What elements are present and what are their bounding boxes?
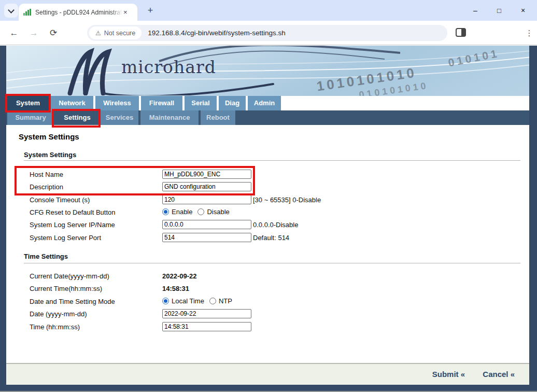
- current-time-value: 14:58:31: [162, 285, 189, 292]
- radio-label: Local Time: [172, 297, 204, 305]
- field-label: Date and Time Setting Mode: [30, 298, 115, 305]
- tab-serial[interactable]: Serial: [185, 96, 217, 110]
- system-settings-heading: System Settings: [24, 151, 76, 159]
- radio-label: Disable: [207, 208, 229, 216]
- host-name-input[interactable]: [162, 170, 251, 179]
- field-label: Date (yyyy-mm-dd): [30, 310, 87, 318]
- date-input[interactable]: [162, 309, 251, 318]
- current-date-value: 2022-09-22: [162, 272, 197, 280]
- time-mode-ntp-radio[interactable]: [209, 298, 216, 304]
- subtab-maintenance[interactable]: Maintenance: [140, 110, 199, 125]
- microhard-banner: microhard 1010101010 010101010 010101: [6, 46, 529, 96]
- minimize-button[interactable]: –: [463, 0, 487, 21]
- warning-icon: ⚠: [95, 30, 101, 37]
- subtab-summary[interactable]: Summary: [7, 110, 54, 125]
- syslog-server-row: System Log Server IP/Name 0.0.0.0-Disabl…: [30, 220, 517, 230]
- field-hint: [30 ~ 65535] 0-Disable: [253, 196, 321, 204]
- field-hint: Default: 514: [253, 234, 289, 242]
- forward-icon[interactable]: →: [27, 26, 40, 40]
- tab-wireless[interactable]: Wireless: [95, 96, 139, 110]
- field-hint: 0.0.0.0-Disable: [253, 221, 298, 229]
- side-panel-icon[interactable]: [456, 28, 466, 37]
- cancel-button[interactable]: Cancel «: [483, 370, 515, 379]
- syslog-port-input[interactable]: [162, 233, 251, 242]
- tab-network[interactable]: Network: [51, 96, 93, 110]
- tab-admin[interactable]: Admin: [248, 96, 281, 110]
- address-bar[interactable]: ⚠ Not secure 192.168.8.4/cgi-bin/webif/s…: [87, 25, 447, 41]
- new-tab-button[interactable]: +: [144, 5, 157, 17]
- maximize-button[interactable]: □: [487, 0, 511, 21]
- radio-label: NTP: [219, 297, 232, 305]
- field-label: Current Time(hh:mm:ss): [30, 285, 102, 292]
- field-label: System Log Server IP/Name: [30, 221, 115, 229]
- description-row: Description: [30, 182, 517, 192]
- microhard-logo-text: microhard: [121, 57, 216, 77]
- field-label: Console Timeout (s): [30, 196, 90, 204]
- console-timeout-input[interactable]: [162, 195, 251, 204]
- field-label: System Log Server Port: [30, 234, 101, 242]
- browser-toolbar: ← → ⟳ ⚠ Not secure 192.168.8.4/cgi-bin/w…: [0, 21, 537, 45]
- page-frame-bottom: [0, 385, 537, 391]
- time-settings-heading: Time Settings: [24, 253, 68, 260]
- description-input[interactable]: [162, 182, 251, 191]
- divider: [24, 263, 520, 263]
- subtab-settings[interactable]: Settings: [56, 110, 98, 125]
- current-time-row: Current Time(hh:mm:ss) 14:58:31: [30, 284, 517, 294]
- settings-form: System Settings System Settings Host Nam…: [6, 125, 529, 363]
- field-label: Host Name: [30, 171, 63, 178]
- form-footer: Submit « Cancel «: [6, 363, 529, 385]
- browser-window: Settings - pDDL924 Administrat × + – □ ×…: [0, 0, 537, 392]
- sub-nav: Summary Settings Services Maintenance Re…: [6, 110, 529, 125]
- page-title: System Settings: [19, 132, 79, 141]
- console-timeout-row: Console Timeout (s) [30 ~ 65535] 0-Disab…: [30, 195, 517, 205]
- close-button[interactable]: ×: [511, 0, 535, 21]
- window-controls: – □ ×: [463, 0, 535, 21]
- security-chip[interactable]: ⚠ Not secure: [89, 26, 142, 39]
- time-mode-radio-group: Local Time NTP: [162, 297, 237, 305]
- time-input[interactable]: [162, 322, 251, 331]
- field-label: Description: [30, 183, 63, 191]
- submit-button[interactable]: Submit «: [432, 370, 465, 379]
- cfg-reset-enable-radio[interactable]: [162, 208, 169, 215]
- current-date-row: Current Date(yyyy-mm-dd) 2022-09-22: [30, 271, 517, 282]
- back-icon[interactable]: ←: [7, 26, 21, 40]
- field-label: CFG Reset to Default Button: [30, 208, 115, 216]
- tab-close-icon[interactable]: ×: [123, 8, 128, 16]
- subtab-services[interactable]: Services: [101, 110, 138, 125]
- time-mode-local-radio[interactable]: [162, 298, 169, 304]
- radio-label: Enable: [172, 208, 192, 216]
- field-label: Time (hh:mm:ss): [30, 323, 80, 331]
- browser-titlebar: Settings - pDDL924 Administrat × + – □ ×: [0, 0, 537, 21]
- tab-diag[interactable]: Diag: [219, 96, 246, 110]
- time-row: Time (hh:mm:ss): [30, 322, 517, 332]
- webpage: microhard 1010101010 010101010 010101 Sy…: [0, 46, 537, 392]
- tab-search-button[interactable]: [4, 4, 18, 18]
- host-name-row: Host Name: [30, 170, 517, 180]
- subtab-reboot[interactable]: Reboot: [201, 110, 235, 125]
- page-frame-right: [529, 46, 537, 391]
- reload-icon[interactable]: ⟳: [47, 26, 60, 40]
- tab-title: Settings - pDDL924 Administrat: [35, 9, 122, 16]
- field-label: Current Date(yyyy-mm-dd): [30, 272, 109, 280]
- security-label: Not secure: [104, 30, 135, 37]
- page-frame-left: [0, 46, 6, 391]
- syslog-server-input[interactable]: [162, 220, 251, 229]
- cfg-reset-disable-radio[interactable]: [197, 208, 204, 215]
- tab-system[interactable]: System: [7, 96, 49, 110]
- time-mode-row: Date and Time Setting Mode Local Time NT…: [30, 297, 517, 307]
- url-text: 192.168.8.4/cgi-bin/webif/system-setting…: [148, 29, 286, 37]
- tab-firewall[interactable]: Firewall: [141, 96, 182, 110]
- cfg-reset-row: CFG Reset to Default Button Enable Disab…: [30, 207, 517, 218]
- browser-menu-icon[interactable]: ⋮: [524, 26, 534, 40]
- syslog-port-row: System Log Server Port Default: 514: [30, 233, 517, 243]
- cfg-reset-radio-group: Enable Disable: [162, 208, 235, 216]
- main-nav: System Network Wireless Firewall Serial …: [6, 96, 529, 110]
- browser-tab[interactable]: Settings - pDDL924 Administrat ×: [19, 4, 137, 21]
- signal-bars-favicon-icon: [23, 9, 31, 16]
- divider: [24, 160, 520, 161]
- date-row: Date (yyyy-mm-dd): [30, 309, 517, 319]
